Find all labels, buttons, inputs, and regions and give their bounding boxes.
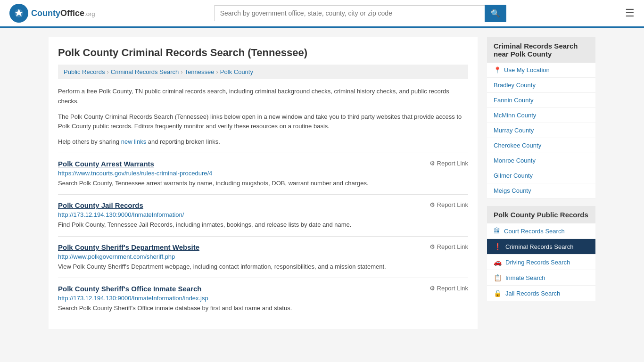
sidebar-item-jail: 🔒 Jail Records Search [487,286,595,301]
breadcrumb-polk-county[interactable]: Polk County [220,68,253,75]
result-item-1: Polk County Jail Records ⚙ Report Link h… [58,194,468,236]
breadcrumb: Public Records › Criminal Records Search… [58,65,468,79]
sidebar-item-meigs: Meigs County [487,183,595,198]
sidebar-link-fannin[interactable]: Fannin County [487,93,595,107]
menu-button[interactable]: ☰ [625,7,635,19]
sidebar: Criminal Records Search near Polk County… [487,37,595,329]
sidebar-item-murray: Murray County [487,123,595,138]
report-link-0[interactable]: ⚙ Report Link [429,160,468,167]
result-item-0: Polk County Arrest Warrants ⚙ Report Lin… [58,153,468,195]
result-url-3[interactable]: http://173.12.194.130:9000/InmateInforma… [58,295,468,302]
report-icon-0: ⚙ [429,160,435,167]
sidebar-item-gilmer: Gilmer County [487,168,595,183]
new-links-link[interactable]: new links [121,138,146,145]
sidebar-nearby-list: Bradley County Fannin County McMinn Coun… [487,78,595,198]
sidebar-records-header: Polk County Public Records [487,206,595,223]
sidebar-item-cherokee: Cherokee County [487,138,595,153]
breadcrumb-sep-2: › [181,68,182,75]
sidebar-item-fannin: Fannin County [487,93,595,108]
page-title: Polk County Criminal Records Search (Ten… [58,47,468,59]
sidebar-item-monroe: Monroe County [487,153,595,168]
result-desc-3: Search Polk County Sheriff's Office inma… [58,304,468,313]
main-container: Polk County Criminal Records Search (Ten… [39,37,605,329]
court-icon: 🏛 [494,227,500,235]
use-location-button[interactable]: 📍 Use My Location [487,63,595,78]
results-list: Polk County Arrest Warrants ⚙ Report Lin… [58,153,468,320]
sidebar-link-court[interactable]: 🏛 Court Records Search [487,223,595,239]
sidebar-nearby-section: Criminal Records Search near Polk County… [487,37,595,198]
result-title-link-1[interactable]: Polk County Jail Records [58,201,143,209]
logo-area: CountyOffice.org [9,4,95,23]
breadcrumb-sep-3: › [216,68,218,75]
description-3: Help others by sharing new links and rep… [58,137,468,147]
description-1: Perform a free Polk County, TN public cr… [58,87,468,107]
result-item-2: Polk County Sheriff's Department Website… [58,236,468,278]
description-2: The Polk County Criminal Records Search … [58,112,468,132]
driving-icon: 🚗 [494,258,502,266]
sidebar-link-cherokee[interactable]: Cherokee County [487,138,595,153]
search-area: 🔍 [214,5,506,22]
sidebar-link-jail[interactable]: 🔒 Jail Records Search [487,286,595,301]
header: CountyOffice.org 🔍 ☰ [0,0,644,28]
report-link-1[interactable]: ⚙ Report Link [429,201,468,208]
sidebar-item-criminal: ❗ Criminal Records Search [487,239,595,255]
report-icon-1: ⚙ [429,201,435,208]
sidebar-item-inmate: 📋 Inmate Search [487,270,595,286]
breadcrumb-sep-1: › [107,68,108,75]
result-desc-1: Find Polk County, Tennessee Jail Records… [58,220,468,230]
search-button[interactable]: 🔍 [485,5,506,22]
logo-text: CountyOffice.org [31,8,95,18]
sidebar-link-monroe[interactable]: Monroe County [487,153,595,168]
report-icon-2: ⚙ [429,243,435,250]
criminal-icon: ❗ [494,243,502,250]
sidebar-item-court: 🏛 Court Records Search [487,223,595,239]
sidebar-nearby-header: Criminal Records Search near Polk County [487,37,595,63]
breadcrumb-criminal-records[interactable]: Criminal Records Search [111,68,179,75]
sidebar-link-criminal[interactable]: ❗ Criminal Records Search [487,239,595,254]
content-area: Polk County Criminal Records Search (Ten… [49,37,478,329]
result-title-link-3[interactable]: Polk County Sheriff's Office Inmate Sear… [58,285,201,293]
report-link-3[interactable]: ⚙ Report Link [429,285,468,292]
result-desc-0: Search Polk County, Tennessee arrest war… [58,179,468,188]
result-desc-2: View Polk County Sheriff's Department we… [58,262,468,272]
jail-icon: 🔒 [494,289,502,297]
search-input[interactable] [214,5,485,21]
result-item-3: Polk County Sheriff's Office Inmate Sear… [58,278,468,320]
sidebar-link-bradley[interactable]: Bradley County [487,78,595,92]
location-icon: 📍 [494,66,501,74]
sidebar-link-inmate[interactable]: 📋 Inmate Search [487,270,595,285]
result-title-link-2[interactable]: Polk County Sheriff's Department Website [58,243,199,251]
sidebar-item-mcminn: McMinn County [487,108,595,123]
inmate-icon: 📋 [494,274,502,281]
logo-icon [9,4,28,23]
sidebar-item-driving: 🚗 Driving Records Search [487,255,595,270]
result-url-2[interactable]: http://www.polkgovernment.com/sheriff.ph… [58,253,468,260]
result-url-0[interactable]: https://www.tncourts.gov/rules/rules-cri… [58,170,468,177]
result-url-1[interactable]: http://173.12.194.130:9000/InmateInforma… [58,211,468,218]
breadcrumb-public-records[interactable]: Public Records [64,68,105,75]
report-link-2[interactable]: ⚙ Report Link [429,243,468,250]
sidebar-item-bradley: Bradley County [487,78,595,93]
sidebar-link-gilmer[interactable]: Gilmer County [487,168,595,183]
sidebar-link-meigs[interactable]: Meigs County [487,183,595,198]
sidebar-link-driving[interactable]: 🚗 Driving Records Search [487,255,595,270]
sidebar-link-murray[interactable]: Murray County [487,123,595,138]
breadcrumb-tennessee[interactable]: Tennessee [185,68,215,75]
result-title-link-0[interactable]: Polk County Arrest Warrants [58,160,154,168]
sidebar-records-list: 🏛 Court Records Search ❗ Criminal Record… [487,223,595,301]
sidebar-records-section: Polk County Public Records 🏛 Court Recor… [487,206,595,301]
sidebar-link-mcminn[interactable]: McMinn County [487,108,595,123]
report-icon-3: ⚙ [429,285,435,292]
